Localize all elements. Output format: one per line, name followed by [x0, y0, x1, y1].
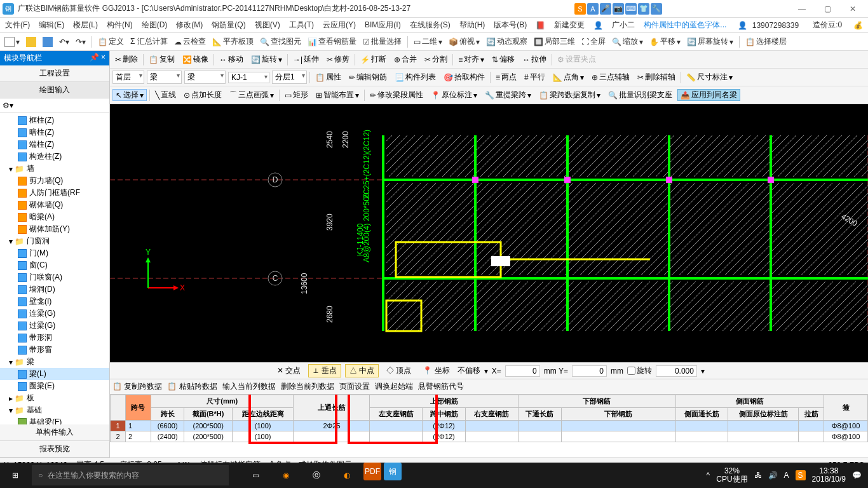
menu-version[interactable]: 版本号(B)	[491, 20, 529, 30]
calc-button[interactable]: Σ 汇总计算	[128, 36, 170, 47]
tray-ime-s-icon[interactable]: S	[796, 470, 806, 480]
task-app1-icon[interactable]: ◉	[272, 463, 300, 488]
col-top-rebar[interactable]: 上部钢筋	[370, 395, 518, 408]
section-single-input[interactable]: 单构件输入	[0, 424, 109, 441]
col-stirrup[interactable]: 箍	[824, 395, 868, 421]
task-pdf-icon[interactable]: PDF	[363, 463, 381, 480]
tree-construct-column[interactable]: 构造柱(Z)	[29, 151, 62, 162]
2d-button[interactable]: ▭ 二维▾	[412, 36, 444, 47]
section-report-preview[interactable]: 报表预览	[0, 441, 109, 458]
three-point-aux-button[interactable]: ⊕ 三点辅轴	[589, 72, 632, 83]
ime-tool-icon[interactable]: 🔧	[651, 3, 662, 15]
local-3d-button[interactable]: 🔲 局部三维	[532, 36, 577, 47]
tree-wall-opening[interactable]: 墙洞(D)	[29, 284, 55, 295]
span-data-copy-button[interactable]: 📋 梁跨数据复制 ▾	[536, 90, 603, 100]
bean-icon[interactable]: 💰	[851, 21, 865, 30]
select-tool[interactable]: ↖ 选择 ▾	[112, 89, 147, 101]
ime-key-icon[interactable]: ⌨	[625, 3, 637, 15]
taskbar-search[interactable]: ○ 在这里输入你要搜索的内容	[32, 465, 229, 485]
screen-rotate-button[interactable]: 🔄 屏幕旋转▾	[685, 36, 735, 47]
account-number[interactable]: 13907298339	[750, 21, 801, 30]
edit-rebar-button[interactable]: ✏ 编辑钢筋	[346, 72, 390, 83]
top-view-button[interactable]: 📦 俯视▾	[447, 36, 482, 47]
component-tree[interactable]: 框柱(Z) 暗柱(Z) 端柱(Z) 构造柱(Z) ▾ 📁 墙 剪力墙(Q) 人防…	[0, 113, 109, 424]
start-button[interactable]: ⊞	[0, 463, 31, 488]
cloud-check-button[interactable]: ☁ 云检查	[172, 36, 208, 47]
tree-base-beam[interactable]: 基础梁(F)	[29, 417, 62, 424]
tree-door-group[interactable]: ▾ 📁 门窗洞	[0, 235, 109, 247]
snap-cross[interactable]: ✕ 交点	[273, 365, 304, 377]
menu-tool[interactable]: 工具(T)	[287, 20, 316, 30]
redo-button[interactable]: ↷▾	[74, 37, 88, 46]
orbit-button[interactable]: 🔄 动态观察	[484, 36, 529, 47]
table-row[interactable]: 2 2 (2400)(200*500)(100) (2Φ12) Φ8@100	[111, 431, 868, 442]
tree-door[interactable]: 门(M)	[29, 248, 48, 259]
component-list-button[interactable]: 📃 构件列表	[392, 72, 438, 83]
snap-mid[interactable]: △ 中点	[345, 364, 379, 377]
menu-view[interactable]: 视图(V)	[252, 20, 283, 30]
define-button[interactable]: 📋 定义	[96, 36, 126, 47]
tree-lintel[interactable]: 过梁(G)	[29, 320, 55, 331]
merge-button[interactable]: ⊕ 合并	[391, 54, 419, 65]
tree-config-icon[interactable]: ⚙▾	[3, 101, 13, 110]
swap-start-button[interactable]: 调换起始端	[375, 381, 413, 392]
pan-button[interactable]: ✋ 平移▾	[648, 36, 682, 47]
section-project-settings[interactable]: 工程设置	[0, 65, 109, 82]
menu-help[interactable]: 帮助(H)	[457, 20, 488, 30]
minimize-button[interactable]: —	[789, 1, 815, 17]
tree-door-frame-wall[interactable]: 人防门框墙(RF	[29, 187, 80, 198]
tree-strip-window[interactable]: 带形窗	[29, 344, 52, 355]
pin-icon[interactable]: 📌 ×	[90, 53, 105, 64]
menu-online[interactable]: 在线服务(S)	[407, 20, 453, 30]
snap-coord[interactable]: 📍 坐标	[419, 365, 453, 377]
close-button[interactable]: ✕	[840, 1, 865, 17]
extend-button[interactable]: →| 延伸	[290, 54, 322, 65]
dimension-button[interactable]: 📏 尺寸标注▾	[684, 72, 735, 83]
point-angle-button[interactable]: 📐 点角▾	[550, 72, 587, 83]
menu-edit[interactable]: 编辑(E)	[36, 20, 67, 30]
section-draw-input[interactable]: 绘图输入	[0, 82, 109, 98]
batch-identify-button[interactable]: 🔍 批量识别梁支座	[606, 90, 675, 100]
y-input[interactable]: 0	[572, 365, 607, 377]
snap-perp[interactable]: ⊥ 垂点	[308, 364, 341, 377]
layer-combo[interactable]: 分层1	[272, 71, 307, 84]
tree-hidden-beam[interactable]: 暗梁(A)	[29, 212, 55, 222]
tree-beam[interactable]: 梁(L)	[29, 369, 46, 379]
tree-shear-wall[interactable]: 剪力墙(Q)	[29, 175, 63, 186]
page-setup-button[interactable]: 页面设置	[339, 381, 370, 392]
delete-aux-button[interactable]: ✂ 删除辅轴	[635, 72, 678, 83]
menu-floor[interactable]: 楼层(L)	[71, 20, 100, 30]
snap-top[interactable]: ◇ 顶点	[383, 365, 415, 377]
x-input[interactable]: 0	[505, 365, 540, 377]
task-current-icon[interactable]: 钢	[384, 463, 402, 480]
mirror-button[interactable]: 🔀 镜像	[180, 54, 211, 65]
rearrange-span-button[interactable]: 🔧 重提梁跨 ▾	[482, 90, 534, 100]
col-span-number[interactable]: 跨号	[126, 395, 151, 421]
tray-ime-a-icon[interactable]: A	[784, 471, 789, 480]
batch-select-button[interactable]: ☑ 批量选择	[361, 36, 403, 47]
notification-icon[interactable]: 💬	[852, 471, 862, 480]
type-combo[interactable]: 梁	[184, 71, 226, 84]
ime-mic-icon[interactable]: 🎤	[600, 3, 611, 15]
two-point-button[interactable]: ≡ 两点	[493, 72, 519, 83]
name-combo[interactable]: KJ-1	[228, 72, 269, 83]
original-annotation-button[interactable]: 📍 原位标注 ▾	[428, 90, 480, 100]
arc-tool[interactable]: ⌒ 三点画弧 ▾	[227, 90, 276, 100]
tree-beam-group[interactable]: ▾ 📁 梁	[0, 356, 109, 368]
paste-span-data-button[interactable]: 📋 粘贴跨数据	[167, 381, 217, 392]
task-edge-icon[interactable]: ⓔ	[302, 463, 330, 488]
apply-same-name-button[interactable]: 📤 应用到同名梁	[677, 89, 740, 101]
align-button[interactable]: ≡ 对齐▾	[456, 54, 487, 65]
drawing-canvas[interactable]: D C 2540 2200 3920 13600 2680 2C25+(2C12…	[110, 104, 868, 362]
cantilever-button[interactable]: 悬臂钢筋代号	[418, 381, 464, 392]
tray-network-icon[interactable]: 🖧	[754, 471, 762, 480]
menu-modify[interactable]: 修改(M)	[173, 20, 205, 30]
menu-cloud[interactable]: 云应用(Y)	[320, 20, 358, 30]
parallel-button[interactable]: # 平行	[522, 72, 548, 83]
delete-button[interactable]: ✂ 删除	[112, 54, 140, 65]
maximize-button[interactable]: ▢	[815, 1, 840, 17]
fullscreen-button[interactable]: ⛶ 全屏	[580, 36, 607, 47]
level-top-button[interactable]: 📐 平齐板顶	[210, 36, 255, 47]
beam-data-grid[interactable]: 跨号 尺寸(mm) 上通长筋 上部钢筋 下部钢筋 侧面钢筋 箍 跨长 截面(B*…	[110, 394, 868, 458]
copy-button[interactable]: 📋 复制	[146, 54, 177, 65]
